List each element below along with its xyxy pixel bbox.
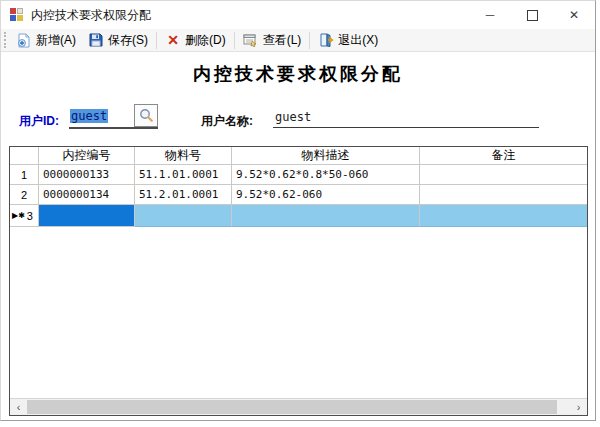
toolbar-separator [156,32,157,49]
caption-buttons: ─ ✕ [469,1,595,29]
minimize-button[interactable]: ─ [469,1,511,29]
user-name-label: 用户名称: [201,113,253,130]
grid-cell[interactable] [420,205,587,227]
toolbar: 新增(A) 保存(S) ✕ 删除(D) 查看(L) 退出(X) [1,29,595,52]
grid-cell[interactable] [135,205,232,227]
grid-cell[interactable]: 0000000134 [39,185,135,205]
toolbar-separator [309,32,310,49]
page-title: 内控技术要求权限分配 [1,62,595,86]
scrollbar-thumb[interactable] [27,400,557,414]
grid-cell[interactable]: 9.52*0.62*0.8*50-060 [232,165,420,185]
grid-cell[interactable]: 9.52*0.62-060 [232,185,420,205]
grid-cell[interactable]: 51.1.01.0001 [135,165,232,185]
grid-cell[interactable] [232,205,420,227]
exit-icon [318,32,334,48]
selected-grid-cell[interactable] [39,205,135,227]
user-name-field[interactable]: guest [273,108,539,128]
app-window: 内控技术要求权限分配 ─ ✕ 新增(A) 保存(S) ✕ 删除(D) [0,0,596,421]
row-number: 3 [27,210,33,222]
grid-table: 内控编号 物料号 物料描述 备注 1 0000000133 51.1.01.00… [10,147,587,227]
view-button-label: 查看(L) [263,32,302,49]
save-button[interactable]: 保存(S) [82,31,154,50]
exit-button-label: 退出(X) [338,32,378,49]
view-button[interactable]: 查看(L) [237,31,308,50]
search-icon [139,108,154,123]
user-id-label: 用户ID: [19,113,59,130]
new-button[interactable]: 新增(A) [10,31,82,50]
row-header[interactable]: 1 [10,165,39,185]
column-header[interactable]: 物料描述 [232,147,420,165]
delete-button-label: 删除(D) [185,32,226,49]
exit-button[interactable]: 退出(X) [312,31,384,50]
row-header[interactable]: 2 [10,185,39,205]
toolbar-grip[interactable] [4,32,6,48]
data-grid: 内控编号 物料号 物料描述 备注 1 0000000133 51.1.01.00… [9,146,588,416]
app-icon [10,8,24,22]
grid-cell[interactable]: 51.2.01.0001 [135,185,232,205]
save-icon [88,32,104,48]
delete-button[interactable]: ✕ 删除(D) [159,31,232,50]
user-lookup-button[interactable] [134,104,158,127]
column-header[interactable]: 物料号 [135,147,232,165]
user-id-value: guest [70,109,108,123]
delete-icon: ✕ [165,32,181,48]
grid-cell[interactable]: 0000000133 [39,165,135,185]
horizontal-scrollbar[interactable]: ‹ › [10,398,587,415]
view-icon [243,32,259,48]
scroll-left-arrow-icon[interactable]: ‹ [10,399,27,415]
maximize-button[interactable] [511,1,553,29]
scroll-right-arrow-icon[interactable]: › [570,399,587,415]
new-row-header[interactable]: ▶✱3 [10,205,39,227]
toolbar-separator [234,32,235,49]
current-row-indicator: ▶✱ [12,211,25,220]
save-button-label: 保存(S) [108,32,148,49]
column-header[interactable]: 备注 [420,147,587,165]
new-button-label: 新增(A) [36,32,76,49]
maximize-icon [527,10,538,21]
grid-cell[interactable] [420,165,587,185]
window-title: 内控技术要求权限分配 [31,7,151,24]
row-header-corner[interactable] [10,147,39,165]
grid-cell[interactable] [420,185,587,205]
user-id-input[interactable]: guest [69,106,158,129]
title-bar: 内控技术要求权限分配 ─ ✕ [1,1,595,29]
close-button[interactable]: ✕ [553,1,595,29]
column-header[interactable]: 内控编号 [39,147,135,165]
new-document-icon [16,32,32,48]
